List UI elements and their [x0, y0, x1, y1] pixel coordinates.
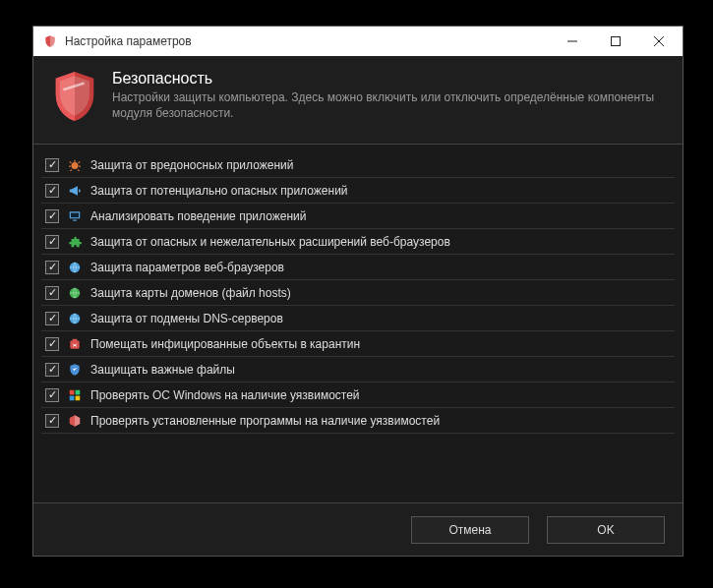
dns-icon: [67, 311, 83, 326]
option-row[interactable]: Помещать инфицированные объекты в карант…: [41, 331, 675, 357]
option-label: Защита параметров веб-браузеров: [90, 261, 284, 274]
option-row[interactable]: Анализировать поведение приложений: [41, 204, 675, 229]
globe-icon: [67, 285, 83, 301]
svg-rect-8: [70, 340, 79, 348]
svg-rect-3: [71, 212, 79, 217]
package-icon: [67, 413, 83, 429]
footer: Отмена OK: [33, 502, 683, 556]
option-row[interactable]: Защита от потенциально опасных приложени…: [41, 178, 675, 204]
option-label: Проверять установленные программы на нал…: [90, 414, 440, 428]
option-label: Помещать инфицированные объекты в карант…: [90, 337, 360, 351]
header-text: Безопасность Настройки защиты компьютера…: [112, 70, 665, 126]
checkbox[interactable]: [45, 261, 59, 274]
option-label: Защита от потенциально опасных приложени…: [90, 184, 348, 198]
window-title: Настройка параметров: [65, 34, 551, 48]
checkbox[interactable]: [45, 158, 59, 172]
checkbox[interactable]: [45, 209, 59, 223]
option-row[interactable]: Защита карты доменов (файл hosts): [41, 280, 675, 306]
close-button[interactable]: [637, 27, 681, 56]
option-label: Защита от вредоносных приложений: [90, 158, 293, 172]
option-label: Защищать важные файлы: [90, 363, 235, 377]
svg-rect-13: [76, 395, 81, 400]
puzzle-icon: [67, 234, 83, 250]
maximize-button[interactable]: [594, 27, 637, 56]
option-row[interactable]: Защита от вредоносных приложений: [41, 152, 675, 178]
option-label: Анализировать поведение приложений: [90, 209, 306, 223]
checkbox[interactable]: [45, 388, 59, 402]
svg-rect-4: [73, 219, 77, 220]
option-row[interactable]: Защита от опасных и нежелательных расшир…: [41, 229, 675, 255]
svg-rect-11: [76, 389, 81, 394]
svg-rect-9: [73, 338, 78, 340]
cancel-button[interactable]: Отмена: [411, 516, 529, 544]
monitor-icon: [67, 208, 83, 224]
settings-window: Настройка параметров Безопасность Настро…: [32, 26, 683, 557]
windows-icon: [67, 387, 83, 403]
checkbox[interactable]: [45, 312, 59, 325]
option-label: Защита от подмены DNS-серверов: [90, 312, 283, 325]
checkbox[interactable]: [45, 286, 59, 300]
option-row[interactable]: Защита параметров веб-браузеров: [41, 255, 675, 280]
ok-button[interactable]: OK: [547, 516, 665, 544]
titlebar: Настройка параметров: [33, 27, 683, 56]
bug-icon: [67, 157, 83, 173]
option-label: Проверять ОС Windows на наличие уязвимос…: [90, 388, 360, 402]
checkbox[interactable]: [45, 337, 59, 351]
svg-point-1: [72, 162, 79, 169]
option-label: Защита от опасных и нежелательных расшир…: [90, 235, 450, 249]
svg-rect-10: [70, 389, 75, 394]
shield-file-icon: [67, 362, 83, 378]
quarantine-icon: [67, 336, 83, 352]
minimize-button[interactable]: [551, 27, 594, 56]
page-title: Безопасность: [112, 70, 665, 88]
page-description: Настройки защиты компьютера. Здесь можно…: [112, 89, 665, 121]
shield-icon: [51, 70, 98, 126]
svg-rect-0: [612, 37, 621, 46]
option-row[interactable]: Защита от подмены DNS-серверов: [41, 306, 675, 331]
app-shield-icon: [43, 34, 57, 48]
checkbox[interactable]: [45, 184, 59, 198]
option-row[interactable]: Проверять ОС Windows на наличие уязвимос…: [41, 382, 675, 408]
globe-gear-icon: [67, 260, 83, 275]
svg-rect-12: [70, 395, 75, 400]
checkbox[interactable]: [45, 414, 59, 428]
megaphone-icon: [67, 183, 83, 199]
option-label: Защита карты доменов (файл hosts): [90, 286, 291, 300]
checkbox[interactable]: [45, 235, 59, 249]
options-list: Защита от вредоносных приложенийЗащита о…: [33, 145, 683, 502]
option-row[interactable]: Проверять установленные программы на нал…: [41, 408, 675, 434]
header: Безопасность Настройки защиты компьютера…: [33, 56, 683, 145]
checkbox[interactable]: [45, 363, 59, 377]
option-row[interactable]: Защищать важные файлы: [41, 357, 675, 382]
